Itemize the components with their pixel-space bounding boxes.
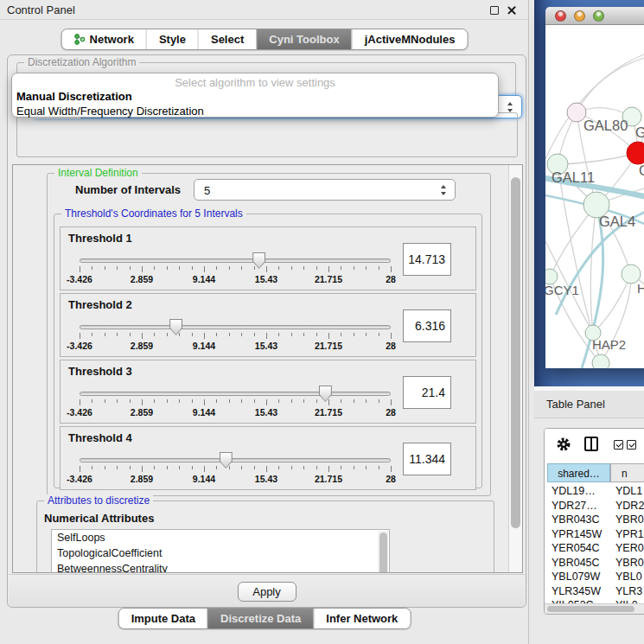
tab-impute-data[interactable]: Impute Data — [119, 609, 207, 628]
threshold-slider-track[interactable] — [80, 258, 391, 263]
threshold-value-field[interactable]: 11.344 — [403, 443, 451, 475]
table-row-cell[interactable]: YLR345W — [552, 584, 601, 598]
network-window-titlebar[interactable] — [545, 7, 644, 25]
tab-network[interactable]: Network — [62, 29, 146, 49]
table-row-cell[interactable]: YPR1 — [615, 527, 644, 541]
vertical-scrollbar[interactable] — [508, 165, 522, 572]
table-row-cell[interactable]: YBR043C — [552, 513, 600, 526]
slider-tick — [291, 333, 292, 336]
discretization-algorithm-legend: Discretization Algorithm — [24, 56, 139, 68]
table-row-cell[interactable]: YBR0 — [615, 556, 644, 570]
network-edge[interactable] — [558, 153, 638, 164]
slider-tick — [391, 333, 392, 339]
tab-select[interactable]: Select — [198, 29, 256, 49]
slider-tick — [204, 399, 205, 405]
slider-tick — [241, 333, 242, 336]
slider-tick — [316, 333, 317, 336]
table-row-cell[interactable]: YDL1 — [615, 484, 642, 498]
minimize-traffic-light-icon[interactable] — [574, 10, 585, 22]
zoom-traffic-light-icon[interactable] — [593, 10, 604, 22]
apply-button[interactable]: Apply — [238, 582, 296, 602]
slider-tick — [291, 266, 292, 270]
control-panel-header: Control Panel — [0, 0, 528, 20]
tab-jactivemnodules[interactable]: jActiveMNodules — [352, 29, 468, 49]
slider-tick — [303, 333, 304, 336]
close-traffic-light-icon[interactable] — [555, 10, 566, 22]
dropdown-item-equal-width-frequency-discretization[interactable]: Equal Width/Frequency Discretization — [16, 105, 204, 118]
slider-tick — [266, 266, 267, 272]
table-panel-body: shared…nYDL19…YDL1YDR27…YDR2YBR043CYBR0Y… — [534, 418, 644, 644]
slider-tick — [278, 399, 279, 403]
split-view-icon[interactable] — [584, 437, 598, 451]
table-row-cell[interactable]: YBL0 — [615, 570, 642, 583]
slider-tick — [179, 399, 180, 403]
horizontal-scrollbar[interactable] — [545, 603, 644, 614]
threshold-slider-track[interactable] — [80, 458, 391, 462]
slider-tick — [229, 266, 230, 270]
attribute-list-item[interactable]: TopologicalCoefficient — [52, 545, 389, 561]
list-scrollbar[interactable] — [378, 531, 388, 573]
attribute-list-item[interactable]: BetweennessCentrality — [52, 561, 389, 573]
table-row-cell[interactable]: YPR145W — [552, 527, 602, 541]
network-view-window: GAL80GACGAL11GAL4GCY1HHAP2 — [545, 7, 644, 368]
tab-style[interactable]: Style — [146, 29, 198, 49]
threshold-label: Threshold 2 — [68, 298, 132, 311]
slider-tick — [216, 466, 217, 469]
threshold-value-field[interactable]: 6.316 — [403, 309, 451, 342]
slider-tick — [366, 333, 367, 336]
slider-tick — [341, 266, 341, 270]
table-row-cell[interactable]: YDL19… — [552, 484, 596, 498]
table-row-cell[interactable]: YLR3 — [615, 584, 642, 598]
network-node[interactable] — [592, 354, 609, 368]
table-row-cell[interactable]: YER0 — [615, 541, 644, 555]
slider-tick-label: 15.43 — [255, 474, 277, 484]
threshold-slider-track[interactable] — [80, 392, 391, 396]
thresholds-legend: Threshold's Coordinates for 5 Intervals — [61, 207, 246, 220]
slider-tick — [341, 399, 341, 403]
slider-tick-labels: -3.4262.8599.14415.4321.71528 — [80, 341, 391, 352]
slider-ticks — [80, 266, 391, 273]
table-row-cell[interactable]: YER054C — [552, 541, 600, 555]
slider-tick — [303, 399, 304, 403]
threshold-value-field[interactable]: 21.4 — [403, 376, 451, 409]
table-row-cell[interactable]: YDR27… — [552, 499, 597, 513]
checkbox-icon[interactable] — [614, 440, 623, 450]
threshold-value-field[interactable]: 14.713 — [403, 243, 451, 276]
scrollbar-thumb[interactable] — [511, 177, 520, 528]
attribute-list-item[interactable]: SelfLoops — [52, 530, 389, 545]
dropdown-item-manual-discretization[interactable]: Manual Discretization — [16, 90, 132, 103]
numerical-attributes-list[interactable]: SelfLoopsTopologicalCoefficientBetweenne… — [51, 529, 390, 573]
table-row-cell[interactable]: YBR045C — [552, 556, 600, 570]
network-canvas[interactable]: GAL80GACGAL11GAL4GCY1HHAP2 — [545, 25, 644, 368]
network-edge[interactable] — [577, 58, 644, 112]
slider-tick-label: 21.715 — [315, 274, 342, 284]
column-header-name[interactable]: n — [610, 463, 644, 482]
threshold-panel-1: Threshold 1-3.4262.8599.14415.4321.71528… — [60, 226, 476, 290]
threshold-slider-track[interactable] — [80, 325, 391, 329]
network-node-label: H — [637, 281, 644, 296]
slider-tick — [105, 333, 105, 336]
scrollbar-thumb[interactable] — [379, 532, 387, 573]
table-row-cell[interactable]: YDR2 — [615, 499, 644, 513]
threshold-panel-3: Threshold 3-3.4262.8599.14415.4321.71528… — [60, 360, 476, 424]
slider-tick — [117, 333, 118, 336]
scrollbar-thumb[interactable] — [547, 606, 634, 612]
number-of-intervals-select[interactable]: 5 — [194, 179, 456, 201]
slider-tick — [366, 466, 367, 469]
slider-tick-label: 28 — [386, 407, 396, 418]
tab-infer-network[interactable]: Infer Network — [313, 609, 410, 628]
column-header-shared-name[interactable]: shared… — [547, 463, 610, 482]
checkbox-icon[interactable] — [627, 440, 636, 450]
slider-tick — [179, 333, 180, 336]
close-icon[interactable] — [507, 5, 517, 16]
table-row-cell[interactable]: YBR0 — [615, 513, 644, 526]
slider-tick — [328, 466, 329, 472]
gear-icon[interactable] — [556, 437, 571, 452]
tab-cyni-toolbox[interactable]: Cyni Toolbox — [256, 29, 351, 49]
network-edge[interactable] — [545, 49, 644, 159]
slider-tick — [266, 399, 267, 405]
table-row-cell[interactable]: YBL079W — [552, 570, 600, 583]
float-panel-icon[interactable] — [490, 6, 499, 15]
tab-discretize-data[interactable]: Discretize Data — [207, 609, 313, 628]
table-data-group: Table Data galFiltered.sif default node — [16, 112, 518, 157]
